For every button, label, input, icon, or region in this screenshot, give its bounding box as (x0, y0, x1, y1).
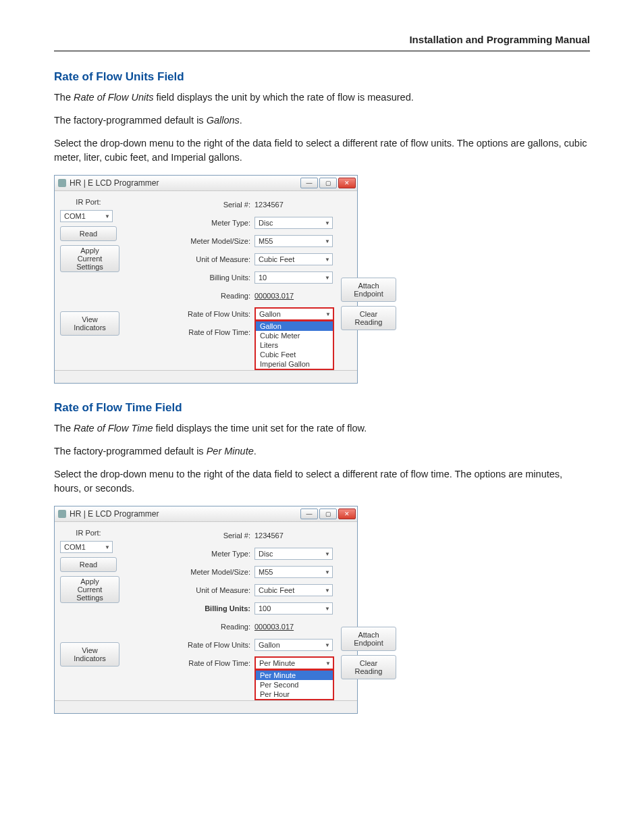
close-button[interactable]: ✕ (338, 509, 356, 519)
serial-label: Serial #: (223, 201, 250, 209)
reading-label: Reading: (221, 292, 250, 300)
statusbar (55, 370, 357, 383)
dropdown-item[interactable]: Per Minute (256, 671, 333, 680)
rof-units-select[interactable]: Gallon▼ (254, 639, 333, 651)
window-title: HR | E LCD Programmer (70, 509, 159, 519)
dropdown-item[interactable]: Per Second (256, 680, 333, 689)
statusbar (55, 700, 357, 713)
billing-units-select[interactable]: 10▼ (254, 271, 333, 284)
view-indicators-button[interactable]: ViewIndicators (60, 311, 119, 336)
section1-p2: The factory-programmed default is Gallon… (54, 113, 590, 128)
reading-value: 000003.017 (254, 623, 294, 631)
ir-port-value: COM1 (64, 543, 86, 551)
meter-type-label: Meter Type: (211, 550, 250, 558)
dropdown-item[interactable]: Liters (256, 340, 333, 350)
chevron-down-icon: ▼ (325, 257, 330, 263)
text: field displays the time unit set for the… (153, 423, 367, 434)
section1-p1: The Rate of Flow Units field displays th… (54, 90, 590, 105)
text: The (54, 423, 74, 434)
section1-p3: Select the drop-down menu to the right o… (54, 136, 590, 166)
dropdown-list: Per Minute Per Second Per Hour (254, 670, 334, 700)
chevron-down-icon: ▼ (325, 606, 330, 612)
text-italic: Gallons (207, 115, 240, 126)
billing-units-select[interactable]: 100▼ (254, 602, 333, 615)
dropdown-item[interactable]: Imperial Gallon (256, 359, 333, 369)
chevron-down-icon: ▼ (105, 213, 110, 219)
maximize-button[interactable]: ▢ (319, 178, 337, 188)
serial-label: Serial #: (223, 531, 250, 540)
chevron-down-icon: ▼ (325, 588, 330, 594)
clear-reading-button[interactable]: ClearReading (341, 655, 396, 679)
rof-time-label: Rate of Flow Time: (188, 328, 250, 336)
section1-heading: Rate of Flow Units Field (54, 70, 590, 84)
app-icon (58, 510, 66, 518)
chevron-down-icon: ▼ (325, 551, 330, 557)
meter-type-label: Meter Type: (211, 219, 250, 227)
window-title: HR | E LCD Programmer (70, 178, 159, 188)
screenshot-units: HR | E LCD Programmer — ▢ ✕ IR Port: COM… (54, 175, 590, 384)
meter-model-select[interactable]: M55▼ (254, 235, 333, 247)
text-italic: Per Minute (207, 446, 254, 457)
ir-port-label: IR Port: (60, 198, 117, 206)
text-italic: Rate of Flow Time (74, 423, 153, 434)
rof-units-label: Rate of Flow Units: (188, 641, 250, 649)
rof-units-label: Rate of Flow Units: (188, 310, 250, 318)
text: The (54, 92, 74, 103)
section2-p2: The factory-programmed default is Per Mi… (54, 444, 590, 459)
titlebar: HR | E LCD Programmer — ▢ ✕ (55, 506, 357, 522)
text: . (240, 115, 242, 126)
rof-time-dropdown[interactable]: Per Minute▼ Per Minute Per Second Per Ho… (254, 656, 334, 700)
read-button[interactable]: Read (60, 557, 117, 572)
meter-model-select[interactable]: M55▼ (254, 566, 333, 578)
serial-value: 1234567 (254, 201, 284, 209)
chevron-down-icon: ▼ (325, 238, 330, 244)
chevron-down-icon: ▼ (325, 275, 330, 281)
meter-model-label: Meter Model/Size: (190, 237, 250, 245)
apply-settings-button[interactable]: ApplyCurrentSettings (60, 576, 119, 603)
dropdown-item[interactable]: Per Hour (256, 689, 333, 699)
apply-settings-button[interactable]: ApplyCurrentSettings (60, 245, 119, 272)
close-button[interactable]: ✕ (338, 178, 356, 188)
ir-port-value: COM1 (64, 212, 86, 220)
reading-value: 000003.017 (254, 292, 294, 300)
text: The factory-programmed default is (54, 115, 207, 126)
maximize-button[interactable]: ▢ (319, 509, 337, 519)
billing-units-label: Billing Units: (209, 273, 250, 282)
unit-measure-select[interactable]: Cubic Feet▼ (254, 584, 333, 596)
section2-heading: Rate of Flow Time Field (54, 401, 590, 415)
titlebar: HR | E LCD Programmer — ▢ ✕ (55, 176, 357, 191)
chevron-down-icon: ▼ (105, 544, 110, 550)
chevron-down-icon: ▼ (325, 660, 331, 667)
meter-type-select[interactable]: Disc▼ (254, 548, 333, 560)
view-indicators-button[interactable]: ViewIndicators (60, 642, 119, 667)
minimize-button[interactable]: — (300, 509, 318, 519)
section2-p1: The Rate of Flow Time field displays the… (54, 421, 590, 436)
serial-value: 1234567 (254, 531, 284, 540)
attach-endpoint-button[interactable]: AttachEndpoint (341, 627, 396, 651)
rof-units-dropdown[interactable]: Gallon▼ Gallon Cubic Meter Liters Cubic … (254, 307, 334, 370)
chevron-down-icon: ▼ (325, 311, 331, 317)
billing-units-label: Billing Units: (205, 604, 250, 613)
page-header: Installation and Programming Manual (54, 34, 590, 51)
meter-type-select[interactable]: Disc▼ (254, 217, 333, 229)
chevron-down-icon: ▼ (325, 220, 330, 226)
meter-model-label: Meter Model/Size: (190, 568, 250, 576)
attach-endpoint-button[interactable]: AttachEndpoint (341, 278, 396, 302)
chevron-down-icon: ▼ (325, 642, 330, 648)
dropdown-item[interactable]: Cubic Feet (256, 350, 333, 359)
minimize-button[interactable]: — (300, 178, 318, 188)
app-window: HR | E LCD Programmer — ▢ ✕ IR Port: COM… (54, 506, 358, 714)
read-button[interactable]: Read (60, 226, 117, 241)
dropdown-item[interactable]: Gallon (256, 321, 333, 331)
section2-p3: Select the drop-down menu to the right o… (54, 467, 590, 497)
text: The factory-programmed default is (54, 446, 207, 457)
clear-reading-button[interactable]: ClearReading (341, 306, 396, 330)
ir-port-select[interactable]: COM1▼ (60, 541, 113, 553)
text: . (254, 446, 257, 457)
chevron-down-icon: ▼ (325, 569, 330, 575)
dropdown-item[interactable]: Cubic Meter (256, 331, 333, 340)
unit-measure-label: Unit of Measure: (196, 255, 250, 263)
ir-port-select[interactable]: COM1▼ (60, 210, 113, 222)
rof-time-label: Rate of Flow Time: (188, 659, 250, 667)
unit-measure-select[interactable]: Cubic Feet▼ (254, 253, 333, 265)
